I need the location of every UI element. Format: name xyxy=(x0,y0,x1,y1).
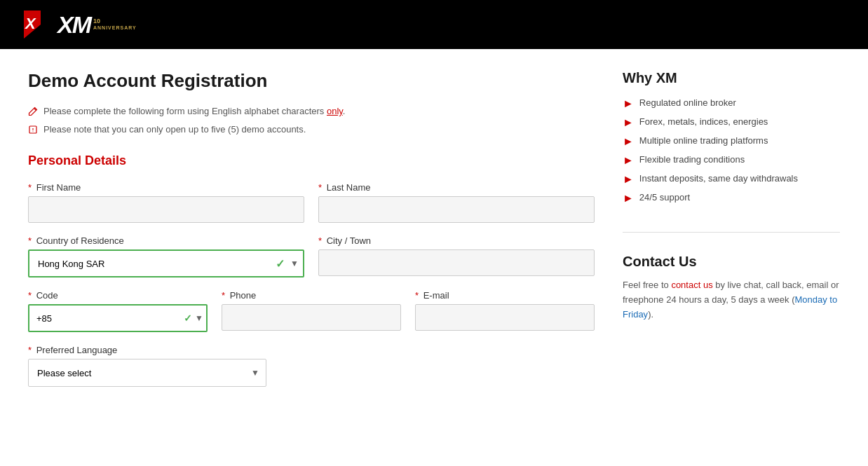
country-check-icon: ✓ xyxy=(276,257,285,270)
why-item-2-text: Forex, metals, indices, energies xyxy=(639,116,768,127)
last-name-input[interactable] xyxy=(318,196,595,223)
sidebar-section: Why XM ► Regulated online broker ► Forex… xyxy=(623,70,840,387)
country-group: * Country of Residence Hong Kong SAR ✓ ▼ xyxy=(28,235,304,277)
language-select-wrapper: Please select English Chinese ▼ xyxy=(28,359,266,387)
first-name-input[interactable] xyxy=(28,196,304,223)
first-name-label: * First Name xyxy=(28,182,304,193)
why-item-1: ► Regulated online broker xyxy=(623,97,840,109)
name-row: * First Name * Last Name xyxy=(28,182,595,223)
info-messages: Please complete the following form using… xyxy=(28,106,595,137)
email-input[interactable] xyxy=(415,304,595,331)
why-item-6-text: 24/5 support xyxy=(639,192,690,203)
personal-details-section: Personal Details * First Name * Last Nam… xyxy=(28,153,595,387)
svg-text:X: X xyxy=(24,15,36,32)
bullet-icon-6: ► xyxy=(623,193,634,204)
personal-details-heading: Personal Details xyxy=(28,153,595,168)
country-city-row: * Country of Residence Hong Kong SAR ✓ ▼… xyxy=(28,235,595,277)
form-section: Demo Account Registration Please complet… xyxy=(28,70,595,387)
country-label: * Country of Residence xyxy=(28,235,304,246)
header: X XM 10 ANNIVERSARY xyxy=(0,0,868,49)
country-select-wrapper: Hong Kong SAR ✓ ▼ xyxy=(28,249,304,277)
bullet-icon-3: ► xyxy=(623,136,634,147)
info-msg-2: Please note that you can only open up to… xyxy=(28,124,595,137)
main-container: Demo Account Registration Please complet… xyxy=(0,49,868,408)
logo-anniversary: 10 ANNIVERSARY xyxy=(93,18,137,31)
bullet-icon-2: ► xyxy=(623,117,634,128)
country-select[interactable]: Hong Kong SAR xyxy=(28,249,304,277)
contact-us-link[interactable]: contact us xyxy=(671,280,712,290)
bullet-icon-1: ► xyxy=(623,98,634,109)
phone-input[interactable] xyxy=(222,304,401,331)
logo-icon: X xyxy=(21,8,55,41)
language-label: * Preferred Language xyxy=(28,345,266,355)
code-phone-email-row: * Code +85 +1 +44 ✓ ▼ xyxy=(28,290,595,332)
city-label: * City / Town xyxy=(318,235,595,246)
logo: X XM 10 ANNIVERSARY xyxy=(21,8,137,41)
phone-label: * Phone xyxy=(222,290,401,301)
why-item-6: ► 24/5 support xyxy=(623,192,840,204)
code-check-icon: ✓ xyxy=(184,313,192,324)
svg-point-4 xyxy=(32,130,33,131)
why-item-3-text: Multiple online trading platforms xyxy=(639,135,768,146)
bullet-icon-4: ► xyxy=(623,155,634,166)
why-xm-title: Why XM xyxy=(623,70,840,86)
why-item-5-text: Instant deposits, same day withdrawals xyxy=(639,173,798,184)
why-item-4: ► Flexible trading conditions xyxy=(623,154,840,166)
email-label: * E-mail xyxy=(415,290,595,301)
warning-icon xyxy=(28,125,38,137)
page-title: Demo Account Registration xyxy=(28,70,595,92)
why-xm-section: Why XM ► Regulated online broker ► Forex… xyxy=(623,70,840,233)
code-label: * Code xyxy=(28,290,208,301)
code-group: * Code +85 +1 +44 ✓ ▼ xyxy=(28,290,208,332)
why-item-5: ► Instant deposits, same day withdrawals xyxy=(623,173,840,185)
pencil-icon xyxy=(28,107,38,118)
info-msg-1-text: Please complete the following form using… xyxy=(43,106,345,116)
contact-us-title: Contact Us xyxy=(623,254,840,270)
only-link[interactable]: only xyxy=(327,106,343,116)
info-msg-2-text: Please note that you can only open up to… xyxy=(43,124,306,135)
language-group: * Preferred Language Please select Engli… xyxy=(28,345,266,387)
info-msg-1: Please complete the following form using… xyxy=(28,106,595,118)
code-select[interactable]: +85 +1 +44 xyxy=(28,304,208,332)
why-item-3: ► Multiple online trading platforms xyxy=(623,135,840,147)
city-input[interactable] xyxy=(318,249,595,276)
last-name-group: * Last Name xyxy=(318,182,595,223)
first-name-group: * First Name xyxy=(28,182,304,223)
contact-text: Feel free to contact us by live chat, ca… xyxy=(623,278,840,322)
why-item-4-text: Flexible trading conditions xyxy=(639,154,745,165)
phone-group: * Phone xyxy=(222,290,401,332)
contact-us-section: Contact Us Feel free to contact us by li… xyxy=(623,254,840,322)
bullet-icon-5: ► xyxy=(623,174,634,185)
city-group: * City / Town xyxy=(318,235,595,277)
code-select-wrapper: +85 +1 +44 ✓ ▼ xyxy=(28,304,208,332)
why-item-1-text: Regulated online broker xyxy=(639,97,736,108)
language-select[interactable]: Please select English Chinese xyxy=(28,359,266,387)
why-item-2: ► Forex, metals, indices, energies xyxy=(623,116,840,128)
logo-xm-text: XM xyxy=(57,11,90,39)
last-name-label: * Last Name xyxy=(318,182,595,193)
email-group: * E-mail xyxy=(415,290,595,332)
